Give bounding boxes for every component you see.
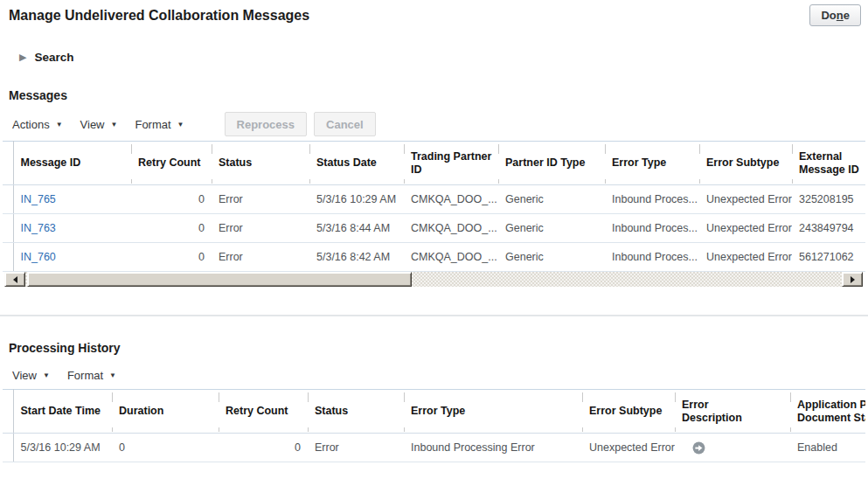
col-error-description[interactable]: Error Description [675,390,790,434]
chevron-down-icon: ▼ [177,120,184,128]
row-selector[interactable] [3,243,13,272]
col-status[interactable]: Status [212,142,309,185]
col-application-document-status[interactable]: Application P Document Sta [790,390,865,434]
cell-retry-count: 0 [131,214,212,243]
actions-menu-label: Actions [12,118,50,131]
cell-partner-id-type: Generic [498,243,605,272]
cell-status: Error [212,185,309,214]
col-line: Trading Partner [411,150,491,163]
table-row[interactable]: IN_763 0 Error 5/3/16 8:44 AM CMKQA_DOO_… [3,214,865,243]
cell-application-document-status: Enabled [790,434,865,462]
history-view-menu-label: View [12,369,37,382]
cell-trading-partner-id: CMKQA_DOO_... [404,214,498,243]
cell-trading-partner-id: CMKQA_DOO_... [404,243,498,272]
view-menu[interactable]: View ▼ [80,118,118,131]
cell-error-type: Inbound Proces... [605,214,699,243]
scroll-left-button[interactable] [4,272,25,287]
col-start-date-time[interactable]: Start Date Time [13,390,112,434]
messages-toolbar: Actions ▼ View ▼ Format ▼ Reprocess Canc… [12,112,868,136]
col-retry-count[interactable]: Retry Count [131,142,212,185]
processing-history-heading: Processing History [9,341,868,355]
col-line: External [799,150,861,163]
actions-menu[interactable]: Actions ▼ [12,118,63,131]
processing-history-toolbar: View ▼ Format ▼ [12,367,868,383]
scroll-left-icon [13,276,17,283]
horizontal-scrollbar[interactable] [4,272,863,287]
cell-error-subtype: Unexpected Error [699,243,792,272]
message-id-link[interactable]: IN_760 [21,251,56,263]
history-format-menu[interactable]: Format ▼ [67,369,116,382]
search-section-toggle[interactable]: ▶ Search [19,51,124,64]
col-error-type[interactable]: Error Type [605,142,699,185]
messages-header-row: Message ID Retry Count Status Status Dat… [3,142,865,185]
scrollbar-thumb[interactable] [27,272,412,287]
col-line: Message ID [799,163,861,177]
view-menu-label: View [80,118,105,131]
cell-error-description [675,434,790,462]
cell-error-type: Inbound Processing Error [404,434,582,462]
cell-status: Error [308,434,404,462]
done-button[interactable]: Done [809,4,861,26]
col-external-message-id[interactable]: External Message ID [792,142,865,185]
scroll-right-button[interactable] [842,272,863,287]
page-title: Manage Undelivered Collaboration Message… [9,8,859,24]
col-duration[interactable]: Duration [112,390,219,434]
message-id-link[interactable]: IN_763 [21,222,56,234]
cell-external-message-id: 243849794 [792,214,865,243]
history-view-menu[interactable]: View ▼ [12,369,50,382]
col-error-subtype[interactable]: Error Subtype [699,142,792,185]
cell-error-subtype: Unexpected Error [699,214,792,243]
cell-error-type: Inbound Proces... [605,185,699,214]
cell-partner-id-type: Generic [498,185,605,214]
titlebar: Manage Undelivered Collaboration Message… [0,0,868,28]
section-divider [0,315,868,316]
cell-error-subtype: Unexpected Error [699,185,792,214]
col-error-subtype[interactable]: Error Subtype [582,390,675,434]
col-line: ID [411,163,491,177]
table-row[interactable]: IN_760 0 Error 5/3/16 8:42 AM CMKQA_DOO_… [3,243,865,272]
col-status[interactable]: Status [308,390,404,434]
col-trading-partner-id[interactable]: Trading Partner ID [404,142,498,185]
cell-error-type: Inbound Proces... [605,243,699,272]
format-menu-label: Format [135,118,170,131]
col-error-type[interactable]: Error Type [404,390,582,434]
col-partner-id-type[interactable]: Partner ID Type [498,142,605,185]
done-label-mnemonic: n [837,9,844,22]
cancel-button[interactable]: Cancel [314,112,376,136]
expand-triangle-icon: ▶ [19,52,26,62]
cell-status: Error [212,214,309,243]
chevron-down-icon: ▼ [56,120,63,128]
chevron-down-icon: ▼ [109,371,116,379]
cell-status: Error [212,243,309,272]
history-header-row: Start Date Time Duration Retry Count Sta… [3,390,865,434]
reprocess-button[interactable]: Reprocess [225,112,307,136]
row-selector[interactable] [3,434,13,462]
cell-retry-count: 0 [219,434,308,462]
chevron-down-icon: ▼ [111,120,118,128]
row-selector[interactable] [3,185,13,214]
table-row[interactable]: 5/3/16 10:29 AM 0 0 Error Inbound Proces… [3,434,865,462]
arrow-right-circle-icon[interactable] [692,441,705,455]
col-line: Description [682,412,783,425]
format-menu[interactable]: Format ▼ [135,118,184,131]
done-label-prefix: Do [821,9,836,22]
col-line: Application P [797,399,865,412]
cell-external-message-id: 325208195 [792,185,865,214]
row-selector[interactable] [3,214,13,243]
cell-trading-partner-id: CMKQA_DOO_... [404,185,498,214]
done-label-suffix: e [844,9,850,22]
col-message-id[interactable]: Message ID [13,142,131,185]
col-status-date[interactable]: Status Date [309,142,404,185]
cell-error-subtype: Unexpected Error [582,434,675,462]
col-retry-count[interactable]: Retry Count [219,390,308,434]
cell-partner-id-type: Generic [498,214,605,243]
cell-status-date: 5/3/16 10:29 AM [309,185,404,214]
cell-start-date-time: 5/3/16 10:29 AM [13,434,112,462]
message-id-link[interactable]: IN_765 [21,193,56,205]
table-row[interactable]: IN_765 0 Error 5/3/16 10:29 AM CMKQA_DOO… [3,185,865,214]
search-label: Search [34,51,73,64]
cell-retry-count: 0 [131,243,212,272]
row-selector-header [3,390,13,434]
scroll-right-icon [851,276,855,283]
col-line: Error [682,399,783,412]
